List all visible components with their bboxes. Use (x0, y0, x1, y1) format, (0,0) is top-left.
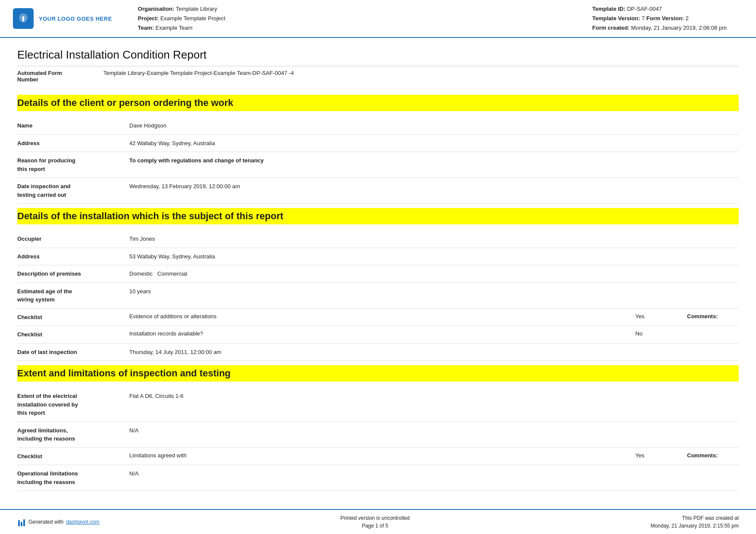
field-address-install-value: 53 Wallaby Way, Sydney, Australia (129, 252, 739, 261)
field-checklist-records-yesno: No (635, 330, 687, 337)
field-address-install: Address 53 Wallaby Way, Sydney, Australi… (17, 248, 739, 266)
field-checklist-records-value: Installation records available? (129, 330, 635, 337)
svg-rect-0 (18, 520, 20, 526)
footer-center-line1: Printed version is uncontrolled (341, 514, 410, 522)
footer-center-line2: Page 1 of 5 (341, 522, 410, 530)
form-number-value: Template Library-Example Template Projec… (103, 70, 294, 76)
field-date-last-inspection: Date of last inspection Thursday, 14 Jul… (17, 344, 739, 361)
form-number-row: Automated FormNumber Template Library-Ex… (17, 70, 739, 87)
logo-area: YOUR LOGO GOES HERE (13, 4, 112, 33)
field-agreed-limitations: Agreed limitations,including the reasons… (17, 422, 739, 448)
logo-text: YOUR LOGO GOES HERE (39, 16, 112, 22)
section-extent: Extent and limitations of inspection and… (17, 365, 739, 491)
field-checklist-additions-label: Checklist (17, 313, 129, 322)
field-agreed-limitations-label: Agreed limitations,including the reasons (17, 426, 129, 443)
field-name: Name Dave Hodgson (17, 117, 739, 135)
field-checklist-limitations-comments: Comments: (687, 452, 739, 459)
field-operational-limitations-label: Operational limitationsincluding the rea… (17, 469, 129, 486)
page-footer: Generated with dashpivot.com Printed ver… (0, 509, 756, 534)
field-checklist-additions: Checklist Evidence of additions or alter… (17, 309, 739, 326)
field-checklist-limitations-value: Limitations agreed with (129, 452, 635, 459)
footer-generated-text: Generated with (28, 519, 63, 525)
section-client: Details of the client or person ordering… (17, 95, 739, 204)
field-premises-value: Domestic Commercial (129, 270, 739, 278)
field-premises-label: Description of premises (17, 270, 129, 278)
field-extent-coverage: Extent of the electricalinstallation cov… (17, 388, 739, 422)
page-header: YOUR LOGO GOES HERE Organisation: Templa… (0, 0, 756, 38)
field-reason-value: To comply with regulations and change of… (129, 156, 739, 165)
field-premises: Description of premises Domestic Commerc… (17, 265, 739, 283)
field-name-value: Dave Hodgson (129, 121, 739, 130)
section-installation: Details of the installation which is the… (17, 208, 739, 361)
project-line: Project: Example Template Project (138, 14, 584, 23)
field-address-client: Address 42 Wallaby Way, Sydney, Australi… (17, 135, 739, 152)
team-line: Team: Example Team (138, 23, 584, 33)
field-address-client-value: 42 Wallaby Way, Sydney, Australia (129, 139, 739, 148)
field-checklist-limitations-yesno: Yes (635, 452, 687, 459)
field-address-client-label: Address (17, 139, 129, 148)
dashpivot-logo-icon (17, 518, 26, 526)
field-checklist-records: Checklist Installation records available… (17, 326, 739, 344)
field-checklist-limitations-label: Checklist (17, 452, 129, 461)
section-extent-heading: Extent and limitations of inspection and… (17, 365, 739, 382)
svg-rect-1 (21, 522, 22, 526)
field-address-install-label: Address (17, 252, 129, 261)
footer-dashpivot-link[interactable]: dashpivot.com (66, 519, 99, 525)
field-date-inspection-value: Wednesday, 13 February 2019, 12:00:00 am (129, 182, 739, 191)
form-number-label: Automated FormNumber (17, 70, 103, 83)
field-operational-limitations-value: N/A (129, 469, 739, 478)
field-date-last-inspection-label: Date of last inspection (17, 348, 129, 357)
report-title: Electrical Installation Condition Report (17, 48, 739, 66)
field-occupier: Occupier Tim Jones (17, 230, 739, 248)
template-id-line: Template ID: DP-SAF-0047 (592, 4, 743, 14)
org-line: Organisation: Template Library (138, 4, 584, 14)
field-reason: Reason for producingthis report To compl… (17, 152, 739, 178)
header-center: Organisation: Template Library Project: … (121, 4, 584, 33)
field-name-label: Name (17, 121, 129, 130)
field-date-last-inspection-value: Thursday, 14 July 2011, 12:00:00 am (129, 348, 739, 357)
footer-right: This PDF was created at Monday, 21 Janua… (650, 514, 739, 530)
field-occupier-value: Tim Jones (129, 235, 739, 243)
footer-right-line2: Monday, 21 January 2019, 2:15:55 pm (650, 522, 739, 530)
footer-right-line1: This PDF was created at (650, 514, 739, 522)
field-occupier-label: Occupier (17, 235, 129, 243)
header-right: Template ID: DP-SAF-0047 Template Versio… (592, 4, 743, 33)
section-installation-heading: Details of the installation which is the… (17, 208, 739, 224)
field-checklist-records-label: Checklist (17, 330, 129, 339)
field-extent-coverage-label: Extent of the electricalinstallation cov… (17, 392, 129, 417)
footer-left: Generated with dashpivot.com (17, 518, 100, 526)
field-date-inspection: Date inspection andtesting carried out W… (17, 178, 739, 204)
field-checklist-additions-yesno: Yes (635, 313, 687, 320)
field-age-wiring-label: Estimated age of thewiring system (17, 287, 129, 304)
field-operational-limitations: Operational limitationsincluding the rea… (17, 465, 739, 491)
svg-rect-2 (23, 519, 25, 526)
logo-icon (13, 8, 34, 29)
field-agreed-limitations-value: N/A (129, 426, 739, 435)
page-body: Electrical Installation Condition Report… (0, 38, 756, 512)
field-age-wiring-value: 10 years (129, 287, 739, 296)
field-checklist-limitations: Checklist Limitations agreed with Yes Co… (17, 448, 739, 466)
field-extent-coverage-value: Flat A D6, Circuits 1-6 (129, 392, 739, 400)
form-created-line: Form created: Monday, 21 January 2019, 2… (592, 23, 743, 33)
field-date-inspection-label: Date inspection andtesting carried out (17, 182, 129, 199)
field-reason-label: Reason for producingthis report (17, 156, 129, 173)
section-client-heading: Details of the client or person ordering… (17, 95, 739, 111)
field-age-wiring: Estimated age of thewiring system 10 yea… (17, 283, 739, 309)
field-checklist-additions-value: Evidence of additions or alterations (129, 313, 635, 320)
footer-center: Printed version is uncontrolled Page 1 o… (341, 514, 410, 530)
template-version-line: Template Version: 7 Form Version: 2 (592, 14, 743, 23)
field-checklist-additions-comments: Comments: (687, 313, 739, 320)
